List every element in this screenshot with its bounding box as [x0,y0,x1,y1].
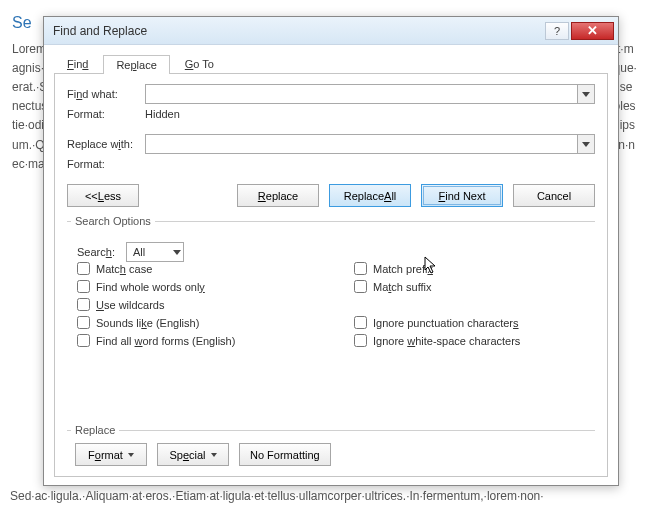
doc-footer-text: Sed·ac·ligula.·Aliquam·at·eros.·Etiam·at… [10,487,640,506]
find-what-input[interactable] [146,85,577,103]
chevron-down-icon [128,453,134,457]
tab-strip: Find Replace Go To [54,54,608,74]
replace-with-combo[interactable] [145,134,595,154]
find-format-label: Format: [67,108,145,120]
replace-with-input[interactable] [146,135,577,153]
find-what-dropdown[interactable] [577,85,594,103]
find-what-combo[interactable] [145,84,595,104]
no-formatting-button[interactable]: No Formatting [239,443,331,466]
find-next-button[interactable]: Find Next [421,184,503,207]
chevron-down-icon [582,142,590,147]
checkbox-match-suffix[interactable]: Match suffix [354,280,591,293]
chevron-down-icon [211,453,217,457]
find-replace-dialog: Find and Replace ? ✕ Find Replace Go To … [43,16,619,486]
checkbox-match-prefix[interactable]: Match prefix [354,262,591,275]
close-button[interactable]: ✕ [571,22,614,40]
dialog-title: Find and Replace [53,24,543,38]
chevron-down-icon [173,250,181,255]
chevron-down-icon [582,92,590,97]
replace-all-button[interactable]: Replace All [329,184,411,207]
checkbox-wildcards[interactable]: Use wildcards [77,298,314,311]
search-direction-select[interactable]: All [126,242,184,262]
help-button[interactable]: ? [545,22,569,40]
replace-format-label: Format: [67,158,145,170]
checkbox-ignore-ws[interactable]: Ignore white-space characters [354,334,591,347]
less-button[interactable]: << Less [67,184,139,207]
checkbox-match-case[interactable]: Match case [77,262,314,275]
checkbox-whole-words[interactable]: Find whole words only [77,280,314,293]
special-menu-button[interactable]: Special [157,443,229,466]
find-format-value: Hidden [145,108,180,120]
checkbox-word-forms[interactable]: Find all word forms (English) [77,334,314,347]
search-options-legend: Search Options [71,215,155,227]
replace-with-label: Replace with: [67,138,145,150]
dialog-client: Find Replace Go To Find what: Format: Hi… [44,45,618,485]
format-menu-button[interactable]: Format [75,443,147,466]
titlebar[interactable]: Find and Replace ? ✕ [44,17,618,45]
checkbox-ignore-punct[interactable]: Ignore punctuation characters [354,316,591,329]
tab-panel: Find what: Format: Hidden Replace with: [54,74,608,477]
replace-legend: Replace [71,424,119,436]
find-what-label: Find what: [67,88,145,100]
checkbox-sounds-like[interactable]: Sounds like (English) [77,316,314,329]
cancel-button[interactable]: Cancel [513,184,595,207]
replace-button[interactable]: Replace [237,184,319,207]
tab-replace[interactable]: Replace [103,55,169,74]
tab-find[interactable]: Find [54,54,101,73]
search-label: Search: [77,246,118,258]
replace-with-dropdown[interactable] [577,135,594,153]
search-direction-value: All [133,246,145,258]
tab-goto[interactable]: Go To [172,54,227,73]
